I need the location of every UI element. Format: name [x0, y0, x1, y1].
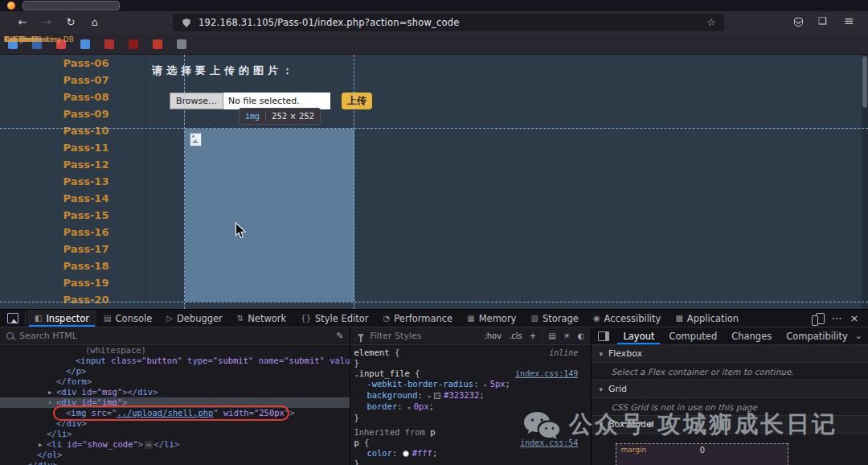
html-tree-row[interactable]: (whitespace) [0, 345, 350, 356]
shield-icon[interactable] [182, 19, 190, 27]
flexbox-section-header[interactable]: ▾ Flexbox [592, 345, 868, 363]
pass-nav: Pass-06Pass-07Pass-08Pass-09Pass-10Pass-… [0, 55, 145, 309]
home-button[interactable]: ⌂ [87, 14, 103, 31]
responsive-design-icon[interactable] [816, 313, 825, 324]
nav-item-pass-12[interactable]: Pass-12 [0, 156, 145, 173]
html-tree-row[interactable]: </li> [0, 429, 350, 439]
nav-item-pass-14[interactable]: Pass-14 [0, 190, 145, 207]
tooltip-tag: img [245, 112, 260, 121]
scrollbar-thumb[interactable] [862, 56, 867, 108]
extensions-icon[interactable]: ❏ [818, 15, 827, 27]
page-scrollbar[interactable] [862, 55, 868, 309]
flexbox-message: Select a Flex container or item to conti… [592, 363, 868, 381]
more-options-icon[interactable]: ⋯ [831, 312, 842, 324]
html-tree-row[interactable]: <li id="show_code">⋯</li>▶ [0, 439, 350, 450]
chevron-down-icon[interactable]: ⌄ [855, 331, 868, 341]
upload-prompt: 请选择要上传的图片： [152, 64, 297, 78]
dark-scheme-icon[interactable]: ◐ [576, 331, 587, 340]
forward-button[interactable]: → [39, 14, 55, 31]
bookmark-favicon-google-hacking-db [153, 39, 162, 49]
devtools-tab-console[interactable]: ▤Console [96, 310, 159, 327]
file-input[interactable]: Browse… No file selected. [170, 93, 330, 109]
nav-item-pass-18[interactable]: Pass-18 [0, 257, 145, 274]
filter-icon [358, 334, 364, 338]
bookmark-offsec[interactable]: OffSec [177, 39, 186, 49]
browser-tab[interactable] [23, 1, 120, 10]
upload-button[interactable]: 上传 [342, 93, 372, 109]
bookmark-exploit-db[interactable]: Exploit-DB [129, 39, 138, 49]
layout-tab-changes[interactable]: Changes [724, 327, 779, 344]
add-rule-button[interactable]: + [528, 331, 538, 341]
devtools-tab-storage[interactable]: ▥Storage [523, 310, 585, 327]
boxmodel-header-label: Box Model [608, 419, 654, 430]
print-simulation-icon[interactable]: ▤ [547, 331, 557, 340]
color-swatch[interactable] [403, 451, 409, 457]
pseudo-class-button[interactable]: :hov [482, 331, 503, 341]
hamburger-menu-icon[interactable]: ≡ [844, 14, 854, 28]
rule-row: background: ▸#323232; [354, 390, 591, 401]
element-picker-button[interactable] [7, 313, 18, 323]
layout-pane: LayoutComputedChangesCompatibility ⌄ ▾ F… [592, 327, 868, 465]
bookmark-google-hacking-db[interactable]: Google Hacking DB [153, 39, 162, 49]
file-status-text: No file selected. [223, 93, 300, 109]
nav-item-pass-17[interactable]: Pass-17 [0, 241, 145, 257]
nav-item-pass-06[interactable]: Pass-06 [0, 55, 145, 72]
stylesheet-link[interactable]: index.css:54 [520, 438, 578, 448]
light-scheme-icon[interactable]: ☀ [562, 331, 572, 340]
pocket-icon[interactable] [794, 18, 803, 27]
inspector-guide-left [184, 55, 185, 309]
nav-item-pass-10[interactable]: Pass-10 [0, 122, 145, 139]
nav-item-pass-15[interactable]: Pass-15 [0, 207, 145, 224]
nav-item-pass-11[interactable]: Pass-11 [0, 139, 145, 156]
expand-value-icon[interactable]: ▸ [428, 391, 432, 401]
reload-button[interactable]: ↻ [63, 14, 79, 31]
html-tree-row[interactable]: <div id="msg"></div>▶ [0, 387, 350, 397]
devtools-tab-performance[interactable]: ◔Performance [376, 310, 461, 327]
margin-top-value[interactable]: 0 [616, 446, 788, 455]
nav-item-pass-08[interactable]: Pass-08 [0, 88, 145, 105]
expand-value-icon[interactable]: ▸ [484, 380, 488, 390]
layout-tab-computed[interactable]: Computed [661, 327, 724, 344]
rules-pane: :hov .cls + ▤ ☀ ◐ element {inline}.input… [350, 327, 592, 465]
eyedropper-icon[interactable]: ✎ [336, 331, 345, 341]
url-bar[interactable]: 192.168.31.105/Pass-01/index.php?action=… [173, 14, 724, 31]
bookmark-kali-forums[interactable]: Kali Forums [80, 39, 90, 49]
grid-section-header[interactable]: ▾ Grid [592, 381, 868, 398]
bookmark-kali-nethunter[interactable]: Kali NetHunter [104, 39, 114, 49]
nav-item-pass-16[interactable]: Pass-16 [0, 224, 145, 241]
bookmark-star-icon[interactable]: ☆ [706, 16, 716, 28]
back-button[interactable]: ← [14, 14, 31, 31]
layout-tab-layout[interactable]: Layout [616, 327, 661, 344]
boxmodel-section-header[interactable]: ▾ Box Model [592, 416, 868, 434]
nav-item-pass-19[interactable]: Pass-19 [0, 274, 145, 291]
devtools-tab-inspector[interactable]: ◧Inspector [27, 310, 96, 327]
pane-toggle-icon[interactable] [598, 331, 609, 341]
class-toggle-button[interactable]: .cls [507, 331, 524, 341]
devtools-tab-network[interactable]: ⇅Network [230, 310, 293, 327]
devtools-tab-memory[interactable]: ▦Memory [460, 310, 523, 327]
browse-button[interactable]: Browse… [170, 93, 223, 109]
html-tree-row[interactable]: </form> [0, 377, 350, 387]
nav-item-pass-20[interactable]: Pass-20 [0, 291, 145, 308]
html-tree-row[interactable]: </ol> [0, 450, 350, 460]
style-editor-icon: {} [301, 314, 311, 323]
stylesheet-link[interactable]: index.css:149 [515, 368, 578, 379]
filter-styles-input[interactable] [368, 330, 478, 342]
search-html-input[interactable] [18, 330, 332, 342]
devtools-tab-debugger[interactable]: ▷Debugger [159, 310, 230, 327]
devtools-tabbar: ◧Inspector▤Console▷Debugger⇅Network{}Sty… [0, 310, 868, 327]
close-devtools-icon[interactable]: × [849, 312, 860, 324]
nav-item-pass-13[interactable]: Pass-13 [0, 173, 145, 190]
grid-message: CSS Grid is not in use on this page [592, 398, 868, 416]
devtools-tab-application[interactable]: ▩Application [668, 310, 746, 327]
nav-item-pass-09[interactable]: Pass-09 [0, 105, 145, 122]
html-tree-row[interactable]: </p> [0, 366, 350, 377]
color-swatch[interactable] [434, 393, 440, 399]
layout-tab-compatibility[interactable]: Compatibility [779, 327, 855, 344]
devtools-tab-accessibility[interactable]: ◉Accessibility [586, 310, 669, 327]
devtools-tab-style-editor[interactable]: {}Style Editor [293, 310, 375, 327]
nav-item-pass-07[interactable]: Pass-07 [0, 72, 145, 88]
expand-value-icon[interactable]: ▸ [407, 402, 411, 413]
html-tree-row[interactable]: <input class="button" type="submit" name… [0, 356, 350, 366]
html-tree-row[interactable]: </div> [0, 460, 350, 465]
